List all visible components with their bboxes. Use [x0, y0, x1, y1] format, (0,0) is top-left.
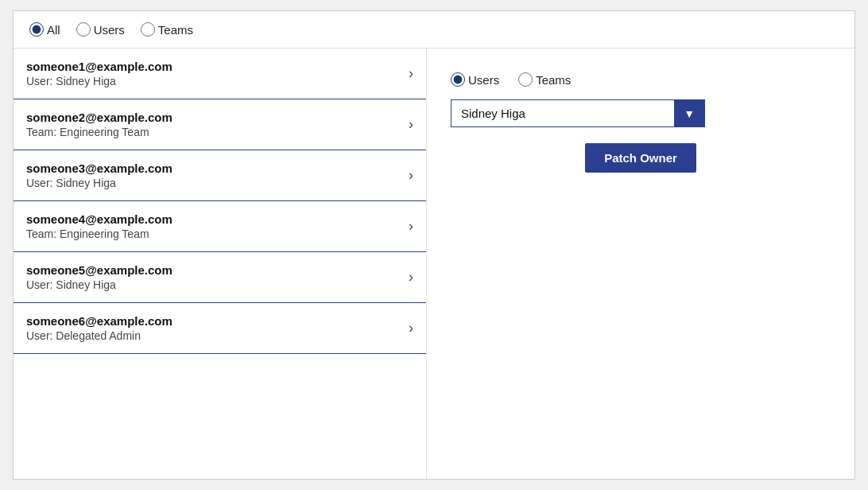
right-radio-teams[interactable]: [518, 72, 533, 87]
list-item-email: someone6@example.com: [26, 314, 172, 328]
chevron-right-icon: ›: [409, 116, 413, 133]
list-item-email: someone4@example.com: [26, 212, 172, 226]
list-item-sub: Team: Engineering Team: [26, 126, 172, 138]
list-item-sub: User: Delegated Admin: [26, 329, 172, 342]
left-panel: someone1@example.com User: Sidney Higa ›…: [14, 49, 427, 479]
list-item-email: someone3@example.com: [26, 161, 172, 175]
list-item-content: someone4@example.com Team: Engineering T…: [26, 212, 172, 240]
list-item-sub: Team: Engineering Team: [26, 228, 172, 240]
right-users-label: Users: [468, 73, 499, 87]
list-item-email: someone1@example.com: [26, 60, 172, 73]
list-item-content: someone2@example.com Team: Engineering T…: [26, 111, 172, 138]
list-item-content: someone6@example.com User: Delegated Adm…: [26, 314, 172, 342]
list-item[interactable]: someone5@example.com User: Sidney Higa ›: [14, 252, 426, 303]
dropdown-selected-value: Sidney Higa: [451, 100, 674, 126]
chevron-right-icon: ›: [409, 218, 413, 235]
list-item[interactable]: someone1@example.com User: Sidney Higa ›: [14, 49, 426, 99]
owner-dropdown[interactable]: Sidney Higa ▼: [451, 99, 705, 127]
list-item-content: someone3@example.com User: Sidney Higa: [26, 161, 172, 189]
chevron-right-icon: ›: [409, 269, 413, 286]
list-item-sub: User: Sidney Higa: [26, 75, 172, 88]
main-container: All Users Teams someone1@example.com Use…: [13, 10, 855, 480]
right-radio-group: Users Teams: [451, 72, 831, 87]
filter-teams[interactable]: Teams: [141, 22, 193, 37]
chevron-right-icon: ›: [409, 320, 413, 336]
chevron-right-icon: ›: [409, 65, 413, 82]
filter-all-label: All: [47, 23, 60, 37]
right-radio-users[interactable]: [451, 72, 465, 87]
patch-owner-button[interactable]: Patch Owner: [585, 143, 696, 173]
radio-teams[interactable]: [141, 22, 155, 37]
content-area: someone1@example.com User: Sidney Higa ›…: [14, 49, 854, 479]
list-item-sub: User: Sidney Higa: [26, 177, 172, 189]
list-item-sub: User: Sidney Higa: [26, 278, 172, 291]
list-item[interactable]: someone3@example.com User: Sidney Higa ›: [14, 150, 426, 201]
right-filter-users[interactable]: Users: [451, 72, 499, 87]
filter-all[interactable]: All: [29, 22, 60, 37]
list-item-email: someone2@example.com: [26, 111, 172, 124]
chevron-right-icon: ›: [409, 167, 413, 184]
list-item[interactable]: someone6@example.com User: Delegated Adm…: [14, 303, 426, 354]
right-filter-teams[interactable]: Teams: [518, 72, 571, 87]
list-item-email: someone5@example.com: [26, 263, 172, 277]
radio-users[interactable]: [76, 22, 91, 37]
list-item-content: someone5@example.com User: Sidney Higa: [26, 263, 172, 291]
list-item-content: someone1@example.com User: Sidney Higa: [26, 60, 172, 88]
filter-teams-label: Teams: [158, 23, 193, 37]
filter-users[interactable]: Users: [76, 22, 125, 37]
list-item[interactable]: someone2@example.com Team: Engineering T…: [14, 99, 426, 150]
right-panel: Users Teams Sidney Higa ▼ Patch Owner: [427, 49, 854, 479]
right-teams-label: Teams: [536, 73, 571, 87]
filter-users-label: Users: [94, 23, 125, 37]
radio-all[interactable]: [29, 22, 44, 37]
top-filter-bar: All Users Teams: [14, 11, 854, 49]
dropdown-arrow-icon[interactable]: ▼: [674, 100, 704, 126]
list-item[interactable]: someone4@example.com Team: Engineering T…: [14, 201, 426, 252]
